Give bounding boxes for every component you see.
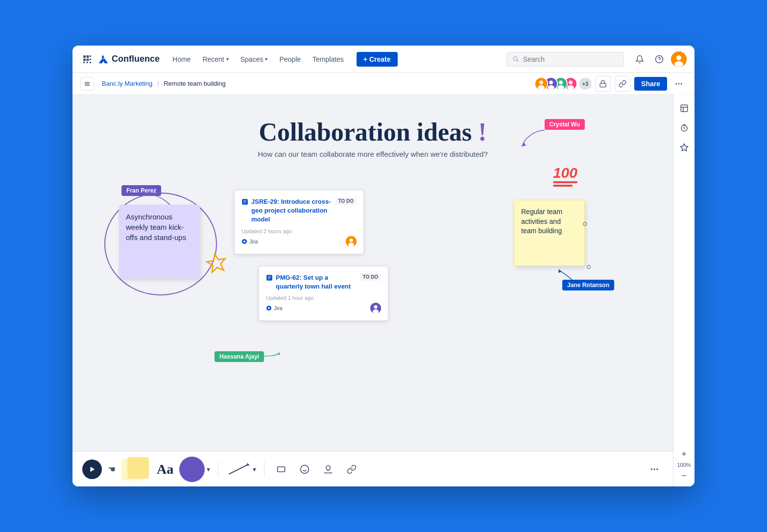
annotation-crystal-wu: Crystal Wu (545, 119, 585, 130)
zoom-level: 100% (677, 461, 691, 469)
stamp-tool[interactable] (319, 460, 337, 478)
canvas-title: Collaboration ideas ! (258, 118, 488, 146)
lock-button[interactable] (595, 76, 611, 92)
notification-button[interactable] (632, 51, 647, 67)
svg-point-30 (567, 85, 574, 90)
svg-rect-31 (600, 83, 606, 87)
collaborator-avatar-1[interactable] (534, 77, 548, 91)
crystal-wu-tag: Crystal Wu (545, 119, 585, 130)
svg-point-24 (548, 85, 554, 90)
chevron-down-icon: ▾ (265, 56, 267, 62)
svg-rect-5 (90, 58, 91, 60)
nav-home[interactable]: Home (168, 52, 195, 66)
link-button[interactable] (615, 76, 630, 92)
share-button[interactable]: Share (634, 77, 667, 91)
annotation-jane-rotanson: Jane Rotanson (562, 280, 614, 290)
jira-updated-1: Updated 2 hours ago (241, 228, 357, 234)
sticky-note-purple[interactable]: Asynchronous weekly team kick-offs and s… (119, 205, 200, 278)
breadcrumb-actions: +3 Share (534, 76, 695, 92)
rectangle-tool[interactable] (272, 460, 290, 478)
sidebar-table-icon[interactable] (676, 100, 692, 116)
jira-updated-2: Updated 1 hour ago (266, 295, 381, 301)
svg-point-26 (559, 80, 563, 84)
zoom-controls: + 100% − (673, 443, 695, 486)
jira-card-1[interactable]: JSRE-29: Introduce cross-geo project col… (234, 190, 364, 254)
sidebar-toggle[interactable] (80, 77, 94, 91)
jira-card-2[interactable]: PMG-62: Set up a quarterly town hall eve… (259, 266, 388, 321)
stickies-tool[interactable] (121, 457, 151, 482)
svg-point-61 (651, 468, 652, 470)
create-button[interactable]: + Create (357, 52, 398, 67)
nav-spaces[interactable]: Spaces ▾ (236, 52, 273, 66)
svg-point-20 (539, 80, 543, 84)
jira-source-1: Jira (241, 239, 258, 244)
nav-recent[interactable]: Recent ▾ (197, 52, 233, 66)
zoom-out-button[interactable]: − (676, 469, 692, 483)
svg-rect-0 (83, 55, 86, 58)
chevron-down-icon[interactable]: ▾ (207, 465, 210, 473)
nav-templates[interactable]: Templates (308, 52, 349, 66)
svg-rect-4 (87, 58, 89, 61)
svg-point-32 (675, 83, 677, 84)
help-button[interactable] (651, 51, 667, 67)
sidebar-timer-icon[interactable] (676, 120, 692, 136)
svg-rect-18 (85, 85, 90, 85)
canvas-content: Collaboration ideas ! How can our team c… (72, 95, 673, 451)
annotation-fran-perez: Fran Perez (121, 185, 161, 196)
svg-point-63 (656, 468, 658, 470)
breadcrumb-parent[interactable]: Banc.ly Marketing (102, 80, 152, 87)
user-avatar[interactable] (671, 51, 687, 67)
logo[interactable]: Confluence (98, 54, 160, 65)
svg-rect-3 (83, 58, 86, 61)
line-tool[interactable]: ▾ (226, 462, 256, 477)
jira-icon-1 (241, 198, 248, 205)
svg-point-62 (653, 468, 655, 470)
hassana-tag: Hassana Ajayi (215, 351, 264, 362)
hassana-arrow (262, 351, 281, 361)
text-tool[interactable]: Aa (157, 461, 173, 477)
search-input[interactable] (523, 55, 618, 63)
search-bar[interactable] (506, 52, 624, 67)
right-sidebar (673, 95, 695, 486)
canvas[interactable]: Collaboration ideas ! How can our team c… (72, 95, 673, 451)
play-button[interactable] (82, 459, 102, 479)
separator-2 (264, 461, 264, 477)
jira-logo-1 (241, 239, 247, 244)
zoom-in-button[interactable]: + (676, 447, 692, 461)
svg-marker-38 (206, 252, 227, 273)
line-tool-icon (226, 462, 251, 477)
separator-1 (218, 461, 218, 477)
link-tool[interactable] (343, 460, 360, 478)
nav-people[interactable]: People (274, 52, 306, 66)
svg-point-29 (569, 80, 573, 84)
more-options-button[interactable] (671, 76, 687, 92)
jira-status-1: TO DO (336, 197, 357, 205)
sticky-note-yellow[interactable]: Regular team activities and team buildin… (514, 200, 585, 266)
svg-point-14 (676, 55, 681, 60)
chevron-down-icon: ▾ (226, 56, 229, 62)
collaborator-avatars: +3 (534, 77, 592, 91)
cursor-dot-2 (587, 265, 591, 269)
svg-rect-57 (278, 467, 285, 472)
jira-assignee-1 (346, 236, 357, 247)
annotation-hassana-ajayi: Hassana Ajayi (215, 351, 264, 362)
svg-point-9 (513, 56, 517, 60)
shape-tool[interactable]: ▾ (179, 457, 210, 482)
svg-point-42 (350, 239, 353, 242)
sidebar-star-icon[interactable] (676, 140, 692, 155)
app-window: Confluence Home Recent ▾ Spaces ▾ People… (72, 46, 695, 486)
svg-rect-50 (681, 105, 688, 112)
emoji-tool[interactable] (296, 460, 313, 478)
bottom-toolbar: ☚ Aa ▾ ▾ (72, 451, 673, 486)
svg-rect-1 (87, 55, 89, 58)
svg-point-27 (557, 85, 564, 90)
svg-rect-16 (85, 82, 90, 82)
more-tools-button[interactable] (646, 460, 663, 478)
canvas-subtitle: How can our team collaborate more effect… (258, 150, 488, 158)
chevron-down-icon[interactable]: ▾ (253, 465, 256, 473)
svg-marker-56 (246, 463, 250, 466)
cursor-dot-1 (583, 222, 587, 226)
grid-icon[interactable] (80, 52, 94, 66)
search-icon (513, 56, 519, 63)
hand-tool[interactable]: ☚ (108, 464, 116, 475)
